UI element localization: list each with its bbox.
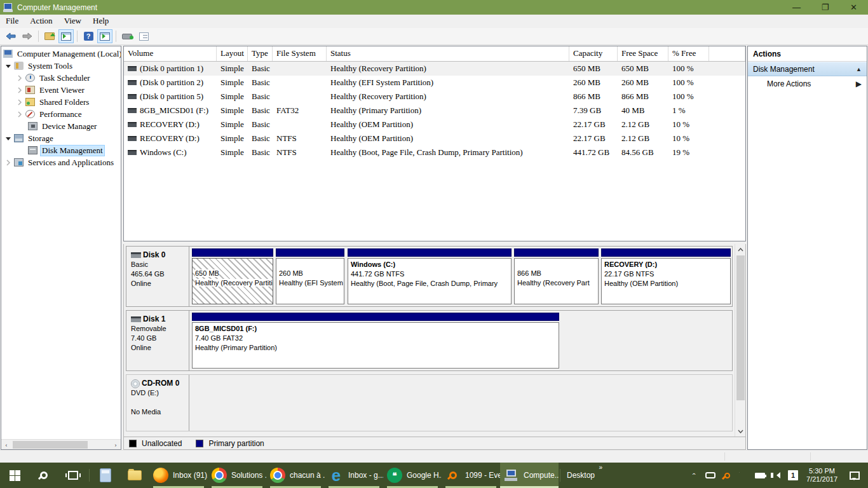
battery-icon[interactable] xyxy=(753,463,767,488)
chevron-collapsed-icon[interactable] xyxy=(17,87,23,93)
volume-icon[interactable] xyxy=(770,463,783,488)
system-tray: ⌃ 1 5:30 PM 7/21/2017 xyxy=(687,463,868,488)
cdrom0-label[interactable]: CD-ROM 0 DVD (E:) No Media xyxy=(126,375,189,431)
chevron-expanded-icon[interactable] xyxy=(5,136,11,141)
chevron-collapsed-icon[interactable] xyxy=(17,111,23,118)
volume-icon xyxy=(128,108,137,113)
everything-search-icon xyxy=(445,468,461,483)
safely-remove-hardware-icon[interactable] xyxy=(703,463,717,488)
collapse-caret-icon[interactable]: ▲ xyxy=(856,66,862,72)
help-button[interactable]: ? xyxy=(81,29,96,43)
tree-item-device-manager[interactable]: Device Manager xyxy=(1,120,121,132)
chevron-expanded-icon[interactable] xyxy=(5,64,11,69)
volume-row[interactable]: 8GB_MICSD01 (F:) SimpleBasicFAT32 Health… xyxy=(124,104,745,118)
action-center-icon[interactable] xyxy=(844,463,865,488)
legend-bar: Unallocated Primary partition xyxy=(123,437,746,450)
primary-partition-bar xyxy=(192,313,559,321)
tree-item-services-and-applications[interactable]: Services and Applications xyxy=(1,156,121,168)
col-layout[interactable]: Layout xyxy=(217,46,248,61)
minimize-button[interactable]: — xyxy=(782,0,811,15)
col-type[interactable]: Type xyxy=(248,46,273,61)
scroll-down-icon[interactable] xyxy=(735,426,745,437)
back-button[interactable] xyxy=(3,29,18,43)
show-action-pane-button[interactable] xyxy=(97,29,112,43)
disk-view-vertical-scrollbar[interactable] xyxy=(735,244,745,437)
scroll-up-icon[interactable] xyxy=(735,244,745,255)
partition-8gb-micsd01[interactable]: 8GB_MICSD01 (F:)7.40 GB FAT32Healthy (Pr… xyxy=(192,313,559,369)
menu-file[interactable]: File xyxy=(0,15,24,27)
tree-item-shared-folders[interactable]: Shared Folders xyxy=(1,96,121,108)
col-file-system[interactable]: File System xyxy=(273,46,327,61)
col-capacity[interactable]: Capacity xyxy=(569,46,618,61)
menu-action[interactable]: Action xyxy=(24,15,58,27)
volume-row[interactable]: (Disk 0 partition 1) SimpleBasic Healthy… xyxy=(124,62,745,76)
scroll-left-icon[interactable]: ‹ xyxy=(1,441,11,448)
chevron-collapsed-icon[interactable] xyxy=(17,99,23,105)
tree-item-performance[interactable]: Performance xyxy=(1,108,121,120)
taskbar-app-hangouts[interactable]: ❝ Google H... xyxy=(383,463,442,488)
tree-item-computer-management[interactable]: Computer Management (Local) xyxy=(1,48,121,60)
tree-item-task-scheduler[interactable]: Task Scheduler xyxy=(1,72,121,84)
computer-management-icon xyxy=(504,468,519,483)
forward-button[interactable] xyxy=(20,29,35,43)
taskbar-search-button[interactable] xyxy=(29,463,58,488)
file-explorer-button[interactable] xyxy=(120,463,149,488)
double-chevron-icon[interactable]: » xyxy=(599,464,601,471)
disk1-label[interactable]: Disk 1 Removable 7.40 GB Online xyxy=(126,311,189,370)
volume-row[interactable]: RECOVERY (D:) SimpleBasic Healthy (OEM P… xyxy=(124,118,745,132)
partition-recovery-d[interactable]: RECOVERY (D:)22.17 GB NTFSHealthy (OEM P… xyxy=(601,248,731,304)
tree-item-system-tools[interactable]: System Tools xyxy=(1,60,121,72)
refresh-disk-button[interactable] xyxy=(119,29,135,43)
col-volume[interactable]: Volume xyxy=(124,46,217,61)
menu-help[interactable]: Help xyxy=(87,15,114,27)
taskbar-app-everything[interactable]: 1099 - Eve... xyxy=(442,463,500,488)
partition-recovery-866mb[interactable]: 866 MBHealthy (Recovery Part xyxy=(514,248,599,304)
taskbar-app-chrome-solutions[interactable]: Solutions ... xyxy=(208,463,266,488)
col-pct-free[interactable]: % Free xyxy=(668,46,709,61)
primary-partition-bar xyxy=(601,248,731,257)
task-view-button[interactable] xyxy=(58,463,88,488)
scrollbar-thumb[interactable] xyxy=(736,255,745,400)
chevron-collapsed-icon[interactable] xyxy=(17,75,23,81)
taskbar-clock[interactable]: 5:30 PM 7/21/2017 xyxy=(803,467,841,484)
export-list-button[interactable] xyxy=(42,29,57,43)
tree-horizontal-scrollbar[interactable]: ‹ › xyxy=(1,439,121,449)
everything-tray-icon[interactable] xyxy=(720,463,734,488)
volume-row[interactable]: Windows (C:) SimpleBasicNTFS Healthy (Bo… xyxy=(124,146,745,159)
volume-icon xyxy=(128,80,137,85)
taskbar-app-chrome-chacun[interactable]: chacun à ... xyxy=(266,463,325,488)
input-indicator-icon[interactable]: 1 xyxy=(786,463,800,488)
scrollbar-thumb[interactable] xyxy=(13,441,88,449)
col-free-space[interactable]: Free Space xyxy=(618,46,668,61)
tray-overflow-chevron-icon[interactable]: ⌃ xyxy=(687,465,701,485)
partition-recovery-650mb[interactable]: 650 MBHealthy (Recovery Partition) xyxy=(192,248,273,304)
actions-group-disk-management[interactable]: Disk Management ▲ xyxy=(748,62,867,76)
scroll-right-icon[interactable]: › xyxy=(111,441,121,448)
disk0-label[interactable]: Disk 0 Basic 465.64 GB Online xyxy=(126,247,189,306)
desktop-toolbar[interactable]: Desktop » xyxy=(562,463,600,488)
col-status[interactable]: Status xyxy=(327,46,569,61)
tree-item-disk-management[interactable]: Disk Management xyxy=(1,144,121,156)
wifi-icon[interactable] xyxy=(736,463,750,488)
start-button[interactable] xyxy=(0,463,29,488)
tree-item-storage[interactable]: Storage xyxy=(1,132,121,144)
volume-row[interactable]: (Disk 0 partition 2) SimpleBasic Healthy… xyxy=(124,76,745,90)
show-console-tree-button[interactable] xyxy=(58,29,74,43)
restore-button[interactable]: ❐ xyxy=(811,0,839,15)
menu-view[interactable]: View xyxy=(58,15,87,27)
volume-row[interactable]: RECOVERY (D:) SimpleBasicNTFS Healthy (O… xyxy=(124,132,745,146)
more-actions-item[interactable]: More Actions ▶ xyxy=(748,76,867,92)
partition-windows-c[interactable]: Windows (C:)441.72 GB NTFSHealthy (Boot,… xyxy=(348,248,512,304)
chrome-icon xyxy=(212,468,227,483)
tree-item-event-viewer[interactable]: Event Viewer xyxy=(1,84,121,96)
chevron-collapsed-icon[interactable] xyxy=(5,159,11,166)
partition-efi-260mb[interactable]: 260 MBHealthy (EFI System Partition) xyxy=(276,248,344,304)
clock-icon xyxy=(25,74,35,82)
close-button[interactable]: ✕ xyxy=(839,0,868,15)
properties-button[interactable] xyxy=(136,29,151,43)
taskbar-app-computer-management[interactable]: Compute... xyxy=(500,463,559,488)
calculator-button[interactable] xyxy=(91,463,120,488)
taskbar-app-edge[interactable]: e Inbox - g... xyxy=(325,463,383,488)
volume-row[interactable]: (Disk 0 partition 5) SimpleBasic Healthy… xyxy=(124,90,745,104)
taskbar-app-firefox[interactable]: Inbox (91)... xyxy=(149,463,208,488)
